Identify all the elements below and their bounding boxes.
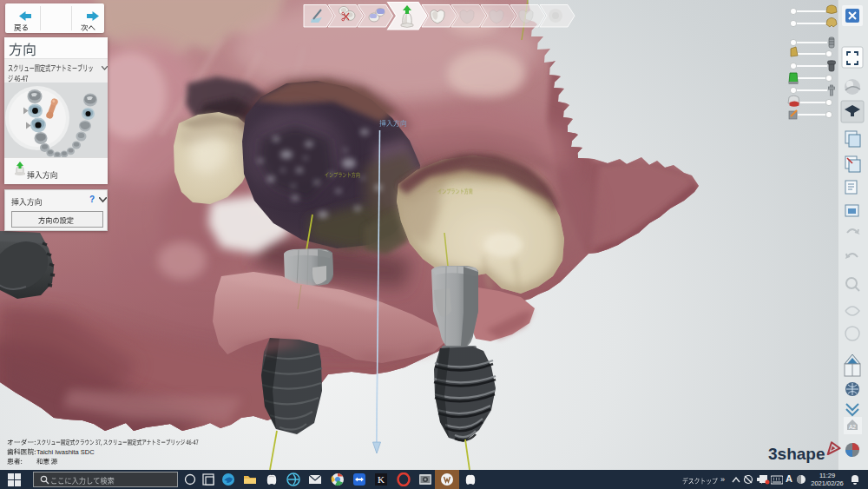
svg-text:K: K bbox=[378, 474, 385, 485]
svg-text:A2: A2 bbox=[849, 424, 856, 430]
